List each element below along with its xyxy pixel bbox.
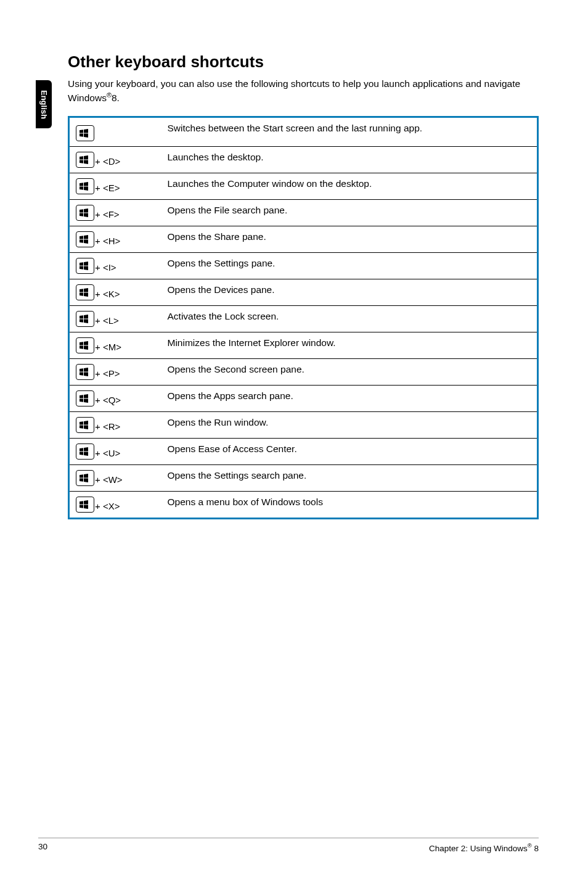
svg-marker-1: [84, 129, 88, 133]
windows-logo-icon: [79, 367, 89, 377]
windows-logo-icon: [79, 287, 89, 297]
svg-marker-58: [80, 505, 83, 508]
key-suffix: + <H>: [95, 236, 120, 246]
shortcut-description: Opens Ease of Access Center.: [161, 439, 538, 465]
table-row: + <X>Opens a menu box of Windows tools: [69, 492, 538, 519]
windows-key: [76, 444, 94, 460]
windows-key: [76, 152, 94, 168]
table-row: + <D>Launches the desktop.: [69, 147, 538, 173]
windows-key: [76, 364, 94, 380]
chapter-suffix: 8: [532, 843, 539, 852]
intro-text: Using your keyboard, you can also use th…: [68, 78, 539, 105]
svg-marker-47: [84, 425, 88, 429]
svg-marker-11: [84, 186, 88, 191]
svg-marker-17: [84, 235, 88, 239]
svg-marker-6: [80, 160, 83, 163]
windows-logo-icon: [79, 340, 89, 350]
svg-marker-5: [84, 155, 88, 160]
svg-marker-25: [84, 288, 88, 292]
table-row: + <H>Opens the Share pane.: [69, 226, 538, 253]
key-suffix: + <E>: [95, 183, 120, 193]
svg-marker-30: [80, 319, 83, 322]
svg-marker-12: [80, 209, 83, 212]
svg-marker-22: [80, 266, 83, 269]
shortcut-description: Switches between the Start screen and th…: [161, 117, 538, 147]
svg-marker-8: [80, 183, 83, 186]
svg-marker-59: [84, 505, 88, 509]
table-row: + <I>Opens the Settings pane.: [69, 253, 538, 279]
windows-logo-icon: [79, 420, 89, 430]
svg-marker-24: [80, 289, 83, 292]
svg-marker-53: [84, 474, 88, 478]
svg-marker-35: [84, 345, 88, 350]
shortcut-keys: + <P>: [69, 359, 161, 386]
key-suffix: + <M>: [95, 342, 121, 352]
shortcut-description: Opens the Settings pane.: [161, 253, 538, 279]
shortcut-description: Launches the Computer window on the desk…: [161, 173, 538, 200]
svg-marker-51: [84, 452, 88, 456]
svg-marker-54: [80, 478, 83, 481]
svg-marker-18: [80, 239, 83, 242]
windows-key: [76, 337, 94, 353]
windows-key: [76, 311, 94, 327]
svg-marker-31: [84, 319, 88, 323]
windows-logo-icon: [79, 314, 89, 324]
shortcut-description: Opens the Settings search pane.: [161, 465, 538, 492]
svg-marker-37: [84, 368, 88, 372]
svg-marker-34: [80, 345, 83, 349]
svg-marker-13: [84, 208, 88, 213]
svg-marker-41: [84, 394, 88, 398]
windows-key: [76, 258, 94, 274]
shortcut-description: Minimizes the Internet Explorer window.: [161, 332, 538, 359]
table-row: + <U>Opens Ease of Access Center.: [69, 439, 538, 465]
svg-marker-10: [80, 186, 83, 189]
shortcut-description: Opens the Share pane.: [161, 226, 538, 253]
svg-marker-57: [84, 500, 88, 505]
shortcut-description: Opens the Apps search pane.: [161, 386, 538, 412]
shortcut-keys: + <I>: [69, 253, 161, 279]
shortcut-description: Opens a menu box of Windows tools: [161, 492, 538, 519]
shortcut-description: Activates the Lock screen.: [161, 306, 538, 332]
svg-marker-23: [84, 266, 88, 270]
shortcut-description: Opens the Second screen pane.: [161, 359, 538, 386]
chapter-label: Chapter 2: Using Windows® 8: [429, 842, 539, 853]
shortcut-keys: + <L>: [69, 306, 161, 332]
svg-marker-42: [80, 398, 83, 402]
shortcut-keys: + <X>: [69, 492, 161, 519]
windows-logo-icon: [79, 394, 89, 403]
svg-marker-19: [84, 239, 88, 244]
table-row: + <E>Launches the Computer window on the…: [69, 173, 538, 200]
windows-key: [76, 284, 94, 300]
svg-marker-33: [84, 341, 88, 345]
shortcut-keys: + <R>: [69, 412, 161, 439]
svg-marker-32: [80, 342, 83, 345]
svg-marker-3: [84, 133, 88, 138]
svg-marker-43: [84, 398, 88, 403]
table-row: + <W>Opens the Settings search pane.: [69, 465, 538, 492]
language-tab: English: [36, 80, 52, 128]
svg-marker-48: [80, 448, 83, 451]
windows-logo-icon: [79, 473, 89, 483]
shortcut-description: Launches the desktop.: [161, 147, 538, 173]
svg-marker-15: [84, 213, 88, 217]
svg-marker-14: [80, 213, 83, 216]
windows-logo-icon: [79, 447, 89, 456]
svg-marker-29: [84, 315, 88, 318]
shortcut-keys: + <Q>: [69, 386, 161, 412]
table-row: + <M>Minimizes the Internet Explorer win…: [69, 332, 538, 359]
section-heading: Other keyboard shortcuts: [68, 52, 539, 72]
svg-marker-0: [80, 130, 83, 133]
shortcuts-tbody: Switches between the Start screen and th…: [69, 117, 538, 519]
key-suffix: + <U>: [95, 448, 120, 458]
registered-symbol: ®: [107, 91, 112, 99]
svg-marker-49: [84, 447, 88, 452]
windows-key: [76, 470, 94, 486]
shortcut-description: Opens the File search pane.: [161, 200, 538, 226]
key-suffix: + <W>: [95, 474, 123, 485]
shortcut-keys: + <W>: [69, 465, 161, 492]
svg-marker-7: [84, 160, 88, 164]
table-row: + <Q>Opens the Apps search pane.: [69, 386, 538, 412]
shortcut-keys: + <U>: [69, 439, 161, 465]
svg-marker-16: [80, 236, 83, 239]
svg-marker-56: [80, 501, 83, 504]
